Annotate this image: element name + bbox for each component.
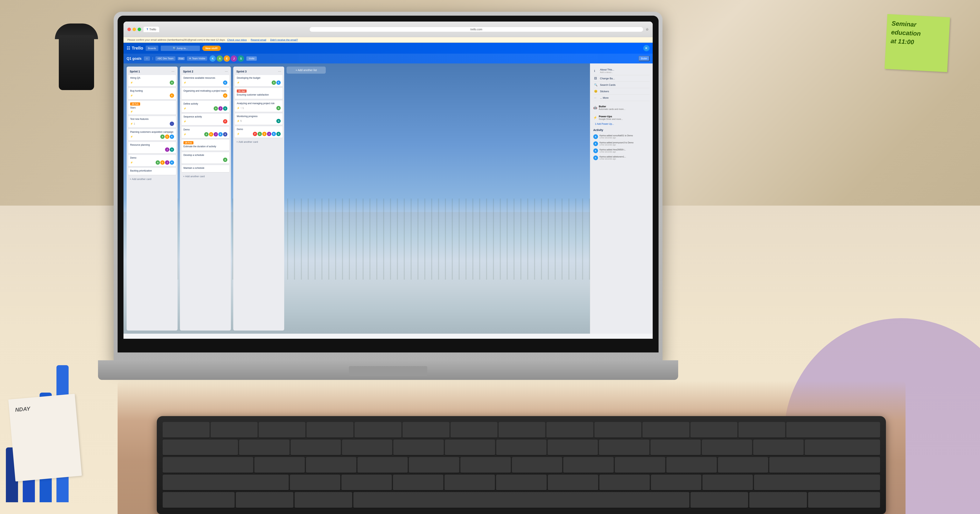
star-board-button[interactable]: ☆ (144, 56, 150, 61)
key[interactable] (702, 474, 753, 491)
key[interactable] (163, 422, 210, 438)
card[interactable]: Resource planningJS (128, 142, 176, 153)
key[interactable] (769, 457, 880, 473)
card[interactable]: Develop a scheduleA (181, 152, 229, 163)
list-menu-button[interactable]: ··· (278, 69, 281, 73)
key[interactable] (290, 474, 340, 491)
key[interactable] (163, 492, 235, 508)
key[interactable] (749, 492, 807, 508)
key[interactable] (444, 474, 495, 491)
no-email-link[interactable]: Didn't receive the email? (270, 38, 298, 41)
key[interactable] (341, 474, 392, 491)
add-power-up-link[interactable]: 1 Add Power-Up... (593, 122, 649, 126)
key[interactable] (460, 457, 511, 473)
key[interactable] (651, 439, 701, 456)
key[interactable] (291, 439, 341, 456)
card[interactable]: Determine available resources⚡K (181, 75, 229, 86)
butler-button[interactable]: Butler (639, 56, 649, 61)
card[interactable]: 28 FebStars⚡ (128, 101, 176, 114)
maximize-button[interactable] (138, 28, 141, 31)
key[interactable] (307, 422, 353, 438)
card[interactable]: Demo⚡AEJK (128, 155, 176, 166)
card[interactable]: Bug hunting⚡E (128, 88, 176, 99)
card[interactable]: Planning customers acquisition campaign⚡… (128, 129, 176, 140)
team-name-button[interactable]: ABC Dev Team (156, 56, 175, 61)
key[interactable] (548, 474, 598, 491)
list-menu-button[interactable]: ··· (172, 69, 175, 73)
card[interactable]: Backlog prioritization (128, 168, 176, 175)
key[interactable] (651, 474, 701, 491)
key[interactable] (499, 422, 546, 438)
butler-row[interactable]: 🤖 Butler Automate cards and more... (593, 103, 649, 112)
key[interactable] (496, 474, 546, 491)
key[interactable] (163, 474, 289, 491)
key[interactable] (512, 457, 562, 473)
key[interactable] (615, 457, 665, 473)
key[interactable] (702, 439, 752, 456)
power-ups-row[interactable]: ⚡ Power-Ups Google Drive and more... (593, 113, 649, 122)
key[interactable] (306, 457, 356, 473)
key[interactable] (595, 422, 641, 438)
key[interactable] (358, 457, 408, 473)
address-bar[interactable]: trello.com (310, 27, 643, 32)
key[interactable] (738, 422, 785, 438)
close-button[interactable] (127, 28, 131, 31)
list-menu-button[interactable]: ··· (225, 69, 228, 73)
resend-email-link[interactable]: Resend email (251, 38, 266, 41)
key[interactable] (599, 439, 649, 456)
card[interactable]: Demo⚡PAE2KS (235, 126, 283, 138)
key[interactable] (342, 439, 392, 456)
key[interactable] (393, 439, 444, 456)
key[interactable] (546, 422, 593, 438)
sidebar-stickers[interactable]: 😊 Stickers (593, 88, 649, 95)
key[interactable] (239, 439, 289, 456)
add-list-button[interactable]: + Add another list (286, 67, 326, 74)
key[interactable] (690, 492, 748, 508)
key[interactable] (393, 474, 443, 491)
sidebar-more[interactable]: ··· ... More (593, 95, 649, 101)
boards-button[interactable]: Boards (146, 46, 158, 51)
card[interactable]: Demo⚡AEJK9 (181, 127, 229, 138)
check-inbox-link[interactable]: Check your inbox (227, 38, 247, 41)
key[interactable] (667, 457, 717, 473)
key[interactable] (409, 457, 459, 473)
card[interactable]: Monitoring progress⚡ 5⊙ (235, 113, 283, 125)
invite-button[interactable]: Invite (247, 56, 257, 61)
key[interactable] (294, 492, 352, 508)
key[interactable] (805, 439, 880, 456)
card[interactable]: Analyzing and managing project risk⚡ ♡1A (235, 100, 283, 112)
key[interactable] (402, 422, 449, 438)
minimize-button[interactable] (132, 28, 136, 31)
key[interactable] (563, 457, 614, 473)
trello-tab[interactable]: T Trello (143, 27, 159, 32)
key[interactable] (163, 439, 238, 456)
key[interactable] (163, 457, 253, 473)
key[interactable] (259, 422, 305, 438)
sidebar-change-bg[interactable]: 🖼 Change Ba... (593, 75, 649, 82)
card[interactable]: Developing the budget⚡AK (235, 75, 283, 86)
key[interactable] (355, 422, 401, 438)
sidebar-search-cards[interactable]: 🔍 Search Cards (593, 82, 649, 88)
key[interactable] (754, 474, 880, 491)
card[interactable]: Hiring QA⚡A (128, 75, 176, 86)
add-card-button[interactable]: + Add another card (181, 174, 229, 179)
spacebar-key[interactable] (353, 492, 689, 508)
jump-to-search[interactable]: 🔍 Jump to... (161, 46, 200, 51)
card[interactable]: Maintain a schedule (181, 165, 229, 172)
user-avatar[interactable]: K (643, 45, 649, 51)
key[interactable] (496, 439, 546, 456)
card[interactable]: 31 JanEnsuring customer satisfaction (235, 88, 283, 99)
card[interactable]: Organizing and motivating a project team… (181, 88, 229, 99)
card[interactable]: Sequence activity⚡P (181, 114, 229, 125)
card[interactable]: 28 FebEstimate the duration of activity (181, 140, 229, 151)
trackpad[interactable] (349, 366, 427, 376)
key[interactable] (547, 439, 598, 456)
card[interactable]: Define activity⚡AJS (181, 101, 229, 112)
key[interactable] (753, 439, 803, 456)
key[interactable] (786, 422, 880, 438)
key[interactable] (255, 457, 305, 473)
card[interactable]: Test new features⚡ 1↑ (128, 116, 176, 127)
add-card-button[interactable]: + Add another card (235, 139, 283, 144)
sidebar-about[interactable]: ℹ About This... Add a descr... (593, 67, 649, 75)
key[interactable] (643, 422, 689, 438)
